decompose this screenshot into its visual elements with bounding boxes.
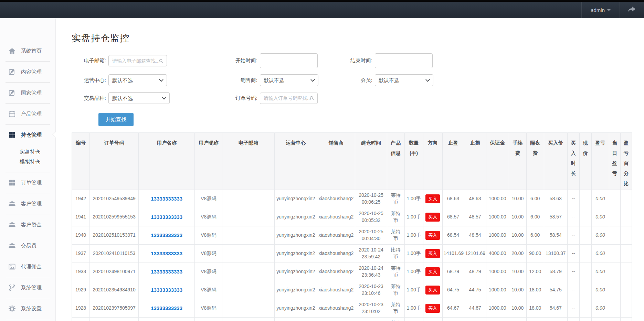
- table-cell: 6.00: [526, 190, 544, 208]
- table-cell: 2020102599555153: [90, 208, 139, 226]
- table-cell: 莱特 币: [387, 299, 404, 318]
- table-cell: [222, 299, 275, 318]
- sidebar-item-customer-funds[interactable]: 客户资金: [0, 214, 55, 235]
- table-cell: --: [567, 318, 579, 321]
- page-title: 实盘持仓监控: [72, 32, 637, 44]
- edit-icon: [8, 89, 16, 97]
- table-cell: xiaoshoushang: [317, 318, 355, 321]
- table-cell: 1000.00: [486, 281, 509, 299]
- table-cell: [609, 226, 620, 245]
- table-cell: 0.00: [591, 318, 609, 321]
- table-cell: 48.63: [464, 190, 486, 208]
- sidebar-item-agent-commission[interactable]: 代理佣金: [0, 256, 55, 277]
- logout-button[interactable]: [620, 2, 644, 18]
- table-cell: 2020-10-25 00:06:25: [355, 190, 387, 208]
- column-header-20: 当 日 盈 亏: [609, 133, 620, 190]
- center-select[interactable]: 默认不选: [108, 74, 167, 86]
- seller-label: 销售商:: [227, 77, 257, 84]
- table-cell: 2020-10-24 23:59:42: [355, 245, 387, 263]
- sidebar-item-system-settings[interactable]: 系统设置: [0, 298, 55, 319]
- column-header-4: 电子邮箱: [222, 133, 275, 190]
- table-cell: 1940: [72, 226, 90, 245]
- sidebar-item-label: 产品管理: [21, 111, 42, 117]
- chevron-down-icon: [607, 9, 611, 11]
- table-cell: 58.54: [544, 226, 567, 245]
- user-link[interactable]: 13333333333: [151, 214, 182, 220]
- column-header-13: 保证金: [486, 133, 509, 190]
- user-link[interactable]: 13333333333: [151, 287, 182, 293]
- direction-badge: 买入: [425, 304, 440, 313]
- sidebar-item-customer-manage[interactable]: 客户管理: [0, 193, 55, 214]
- table-row: 1941202010259955515313333333333V8源码yunyi…: [72, 208, 632, 226]
- table-cell: [609, 245, 620, 263]
- sidebar-subitem-real-position[interactable]: 实盘持仓: [0, 147, 55, 157]
- admin-dropdown[interactable]: admin: [581, 2, 620, 18]
- table-cell: 13333333333: [139, 190, 195, 208]
- profit-value: 0.00: [595, 287, 605, 292]
- sidebar-item-trader[interactable]: 交易员: [0, 235, 55, 256]
- column-header-6: 销售商: [317, 133, 355, 190]
- sidebar-subitem-sim-position[interactable]: 模拟持仓: [0, 157, 55, 167]
- table-cell: 2020-10-24 23:36:43: [355, 263, 387, 281]
- table-cell: 1.00手: [404, 208, 423, 226]
- search-button[interactable]: 开始查找: [98, 113, 134, 126]
- table-cell: 1924: [72, 318, 90, 321]
- positions-table: 编号订单号码用户名称用户昵称电子邮箱运营中心销售商建仓时间产品 信息数量 (手)…: [72, 132, 632, 321]
- table-cell: 1000.00: [486, 208, 509, 226]
- order-input[interactable]: [260, 93, 318, 104]
- table-cell: yunyingzhongxin: [275, 318, 317, 321]
- seller-select[interactable]: 默认不选: [260, 74, 318, 86]
- table-cell: 比特 币: [387, 245, 404, 263]
- user-link[interactable]: 13333333333: [151, 269, 182, 275]
- column-header-21: 盈 亏 百 分 比: [620, 133, 632, 190]
- sidebar-item-label: 交易员: [21, 243, 36, 249]
- sidebar-item-product-manage[interactable]: 产品管理: [0, 104, 55, 124]
- end-time-label: 结束时间:: [348, 57, 372, 64]
- user-link[interactable]: 13333333333: [151, 196, 182, 202]
- email-input[interactable]: [108, 55, 167, 66]
- table-cell: --: [567, 299, 579, 318]
- table-cell: --: [567, 245, 579, 263]
- sidebar-item-label: 系统管理: [21, 285, 42, 291]
- sidebar-item-position-manage[interactable]: 持仓管理: [0, 125, 55, 145]
- sidebar-item-label: 系统首页: [21, 48, 42, 54]
- member-select[interactable]: 默认不选: [375, 74, 433, 86]
- table-cell: --: [567, 190, 579, 208]
- column-header-0: 编号: [72, 133, 90, 190]
- sidebar-item-system-manage[interactable]: 系统管理: [0, 277, 55, 298]
- sidebar-item-order-manage[interactable]: 订单管理: [0, 172, 55, 193]
- sidebar-item-label: 客户资金: [21, 222, 42, 228]
- end-time-input[interactable]: [375, 53, 433, 68]
- member-label: 会员:: [348, 77, 372, 84]
- user-link[interactable]: 13333333333: [151, 250, 182, 256]
- table-cell: 1.00手: [404, 190, 423, 208]
- user-link[interactable]: 13333333333: [151, 305, 182, 311]
- table-cell: 13333333333: [139, 281, 195, 299]
- table-cell: 1.00手: [404, 226, 423, 245]
- column-header-12: 止损: [464, 133, 486, 190]
- start-time-input[interactable]: [260, 53, 318, 68]
- table-cell: V8源码: [195, 263, 222, 281]
- column-header-9: 数量 (手): [404, 133, 423, 190]
- column-header-11: 止盈: [442, 133, 464, 190]
- product-select[interactable]: 默认不选: [108, 92, 170, 104]
- direction-badge: 买入: [425, 213, 440, 222]
- table-cell: 10.00: [486, 318, 509, 321]
- sidebar-item-system-home[interactable]: 系统首页: [0, 41, 55, 61]
- table-cell: V8源码: [195, 208, 222, 226]
- table-cell: 46.05: [464, 318, 486, 321]
- table-cell: 1.00手: [404, 281, 423, 299]
- sidebar-item-country-manage[interactable]: 国家管理: [0, 83, 55, 103]
- table-cell: 0.00: [591, 245, 609, 263]
- table-cell: yunyingzhongxin2: [275, 208, 317, 226]
- table-cell: [579, 245, 591, 263]
- user-link[interactable]: 13333333333: [151, 232, 182, 238]
- sidebar-item-content-manage[interactable]: 内容管理: [0, 62, 55, 82]
- table-cell: 13333333333: [139, 208, 195, 226]
- table-cell: 莱特 币: [387, 190, 404, 208]
- sidebar-item-label: 订单管理: [21, 180, 42, 186]
- table-cell: 10.00: [509, 281, 526, 299]
- table-cell: 68.63: [442, 190, 464, 208]
- column-header-10: 方向: [423, 133, 442, 190]
- table-cell: xiaoshoushang2: [317, 299, 355, 318]
